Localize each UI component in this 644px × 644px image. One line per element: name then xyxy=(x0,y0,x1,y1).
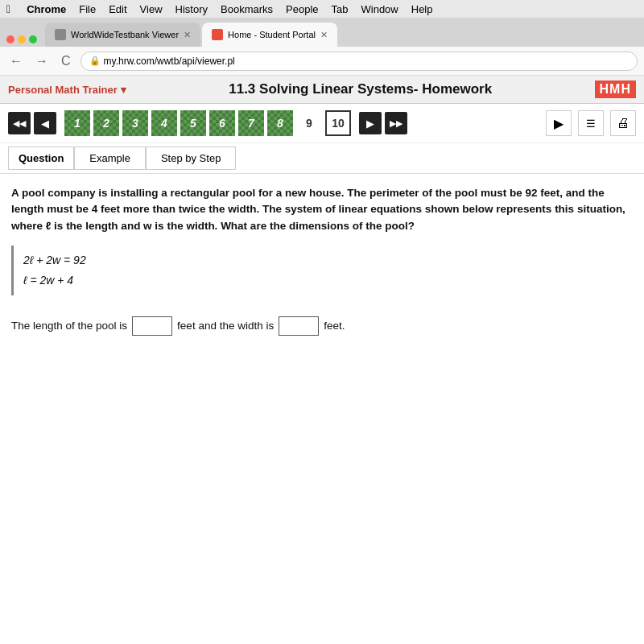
view-menu[interactable]: View xyxy=(140,3,163,15)
window-menu[interactable]: Window xyxy=(361,3,398,15)
url-bar[interactable]: 🔒 my.hrw.com/wwtb/api/viewer.pl xyxy=(80,52,638,71)
question-10-button[interactable]: 10 xyxy=(325,110,351,136)
question-2-button[interactable]: 2 xyxy=(93,110,119,136)
close-dot[interactable] xyxy=(6,35,14,43)
dropdown-arrow-icon: ▾ xyxy=(121,84,126,96)
question-9-label: 9 xyxy=(306,117,312,130)
equation-2: ℓ = 2w + 4 xyxy=(23,270,86,291)
bookmarks-menu[interactable]: Bookmarks xyxy=(221,3,273,15)
lock-icon: 🔒 xyxy=(89,56,101,66)
worldwidetestbank-favicon xyxy=(55,29,66,40)
tab-student-portal-close[interactable]: ✕ xyxy=(320,30,328,40)
width-input[interactable] xyxy=(279,316,319,336)
play-button[interactable]: ▶ xyxy=(546,110,572,136)
page-title: 11.3 Solving Linear Systems- Homework xyxy=(126,81,595,97)
question-5-button[interactable]: 5 xyxy=(180,110,206,136)
question-1-label: 1 xyxy=(74,117,80,130)
people-menu[interactable]: People xyxy=(286,3,318,15)
app-header: Personal Math Trainer ▾ 11.3 Solving Lin… xyxy=(0,76,644,104)
question-6-button[interactable]: 6 xyxy=(209,110,235,136)
question-7-button[interactable]: 7 xyxy=(238,110,264,136)
tab-menu[interactable]: Tab xyxy=(332,3,349,15)
question-4-button[interactable]: 4 xyxy=(151,110,177,136)
list-icon: ☰ xyxy=(586,118,596,130)
question-2-label: 2 xyxy=(103,117,109,130)
answer-suffix: feet. xyxy=(324,318,345,334)
minimize-dot[interactable] xyxy=(18,35,26,43)
personal-math-trainer[interactable]: Personal Math Trainer ▾ xyxy=(8,84,126,96)
chrome-menu[interactable]: Chrome xyxy=(27,3,66,15)
last-question-button[interactable]: ▶▶ xyxy=(385,112,407,134)
first-question-button[interactable]: ◀◀ xyxy=(8,112,31,134)
print-icon: 🖨 xyxy=(617,116,630,130)
maximize-dot[interactable] xyxy=(29,35,37,43)
forward-button[interactable]: → xyxy=(32,52,52,70)
tab-student-portal[interactable]: Home - Student Portal ✕ xyxy=(202,23,337,47)
question-1-button[interactable]: 1 xyxy=(64,110,90,136)
question-8-button[interactable]: 8 xyxy=(267,110,293,136)
apple-menu[interactable]:  xyxy=(6,2,10,15)
tab-worldwidetestbank[interactable]: WorldWideTestbank Viewer ✕ xyxy=(45,23,200,47)
problem-text: A pool company is installing a rectangul… xyxy=(11,185,633,234)
list-button[interactable]: ☰ xyxy=(578,110,604,136)
hmh-logo: HMH xyxy=(595,80,636,98)
reload-button[interactable]: C xyxy=(58,52,74,70)
address-bar: ← → C 🔒 my.hrw.com/wwtb/api/viewer.pl xyxy=(0,47,644,76)
tab-bar: WorldWideTestbank Viewer ✕ Home - Studen… xyxy=(0,18,644,47)
question-tab[interactable]: Question xyxy=(8,147,74,170)
length-input[interactable] xyxy=(132,316,172,336)
question-4-label: 4 xyxy=(161,117,167,130)
tab-worldwidetestbank-label: WorldWideTestbank Viewer xyxy=(71,30,179,39)
prev-question-button[interactable]: ◀ xyxy=(34,112,56,134)
question-8-label: 8 xyxy=(277,117,283,130)
equations-box: 2ℓ + 2w = 92 ℓ = 2w + 4 xyxy=(11,246,96,295)
question-7-label: 7 xyxy=(248,117,254,130)
tab-student-portal-label: Home - Student Portal xyxy=(228,30,316,39)
tab-worldwidetestbank-close[interactable]: ✕ xyxy=(184,30,191,40)
tabs-row: Question Example Step by Step xyxy=(0,143,644,174)
equation-1: 2ℓ + 2w = 92 xyxy=(23,250,86,270)
question-6-label: 6 xyxy=(219,117,225,130)
next-question-button[interactable]: ▶ xyxy=(359,112,382,134)
step-by-step-tab[interactable]: Step by Step xyxy=(146,147,236,170)
student-portal-favicon xyxy=(212,29,223,40)
personal-math-trainer-label: Personal Math Trainer xyxy=(8,84,118,96)
page-content: Personal Math Trainer ▾ 11.3 Solving Lin… xyxy=(0,76,644,644)
problem-area: A pool company is installing a rectangul… xyxy=(0,174,644,344)
question-10-label: 10 xyxy=(332,117,345,130)
print-button[interactable]: 🖨 xyxy=(610,110,636,136)
question-nav: ◀◀ ◀ 1 2 3 4 5 6 7 8 9 10 ▶ xyxy=(0,104,644,143)
url-text: my.hrw.com/wwtb/api/viewer.pl xyxy=(104,56,235,67)
file-menu[interactable]: File xyxy=(79,3,96,15)
example-tab[interactable]: Example xyxy=(74,147,146,170)
history-menu[interactable]: History xyxy=(175,3,208,15)
question-3-label: 3 xyxy=(132,117,138,130)
answer-prefix: The length of the pool is xyxy=(11,318,127,334)
back-button[interactable]: ← xyxy=(6,52,26,70)
question-9-button[interactable]: 9 xyxy=(296,110,322,136)
mac-menubar:  Chrome File Edit View History Bookmark… xyxy=(0,0,644,18)
question-5-label: 5 xyxy=(190,117,196,130)
help-menu[interactable]: Help xyxy=(411,3,433,15)
edit-menu[interactable]: Edit xyxy=(109,3,126,15)
play-icon: ▶ xyxy=(554,116,564,131)
answer-row: The length of the pool is feet and the w… xyxy=(11,316,633,336)
answer-middle: feet and the width is xyxy=(177,318,274,334)
right-icons: ▶ ☰ 🖨 xyxy=(546,110,636,136)
question-3-button[interactable]: 3 xyxy=(122,110,148,136)
